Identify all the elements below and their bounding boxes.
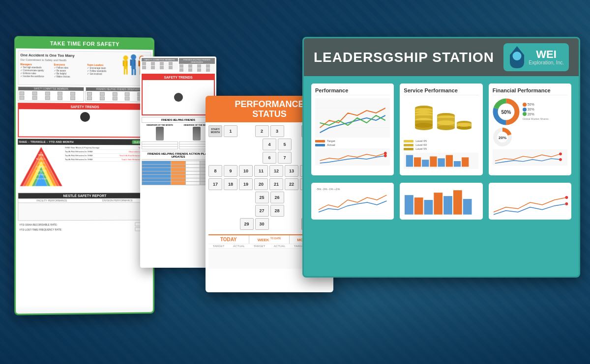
- committee-row: SAFETY COMMITTEE MEMBERS: [18, 86, 151, 102]
- service-perf-title: Service Performance: [404, 87, 478, 95]
- mid-committee-col1: SAFETY COMMITTEE MEMBERS: [142, 58, 178, 72]
- mid-committee-row: SAFETY COMMITTEE MEMBERS FRIENDS HELPING…: [142, 58, 215, 72]
- svg-text:FATAL: FATAL: [38, 154, 44, 156]
- lost-time-label: YTD LOST-TIME FREQUENCY RATE:: [19, 228, 62, 231]
- svg-point-56: [437, 120, 455, 125]
- svg-rect-14: [138, 60, 140, 66]
- op-bottom-svg: [315, 148, 390, 166]
- mid-safety-trends: SAFETY TRENDS: [142, 74, 215, 115]
- mid-action-table: [142, 161, 215, 185]
- week-label: WEEK TO DATE: [251, 237, 288, 242]
- wei-sub: Exploration, Inc.: [529, 60, 564, 65]
- she-triangle-header: SH&E – TRIANGLE – YTD AND MONTH CLEVELAN…: [18, 139, 151, 145]
- operational-performance-panel: Performance: [311, 84, 394, 175]
- financial-performance-panel: Financial Performance 50% 50%: [489, 84, 571, 175]
- wei-drop-icon: [508, 46, 526, 68]
- level60-label: Level 60: [415, 143, 427, 146]
- cal-day-30: 30: [255, 218, 269, 230]
- svg-rect-63: [414, 157, 421, 167]
- mid-action-header: FRIENDS HELPING FRIENDS ACTION PLAN UPDA…: [142, 151, 215, 160]
- accident-section: One Accident is One Too Many Our Commitm…: [18, 50, 151, 86]
- bottom-chart-3: [489, 183, 571, 220]
- mid-observer-label: OBSERVER OF THE MONTH: [142, 124, 178, 126]
- level55-label: Level 55: [415, 147, 427, 150]
- cal-day-5: 5: [278, 139, 292, 150]
- facility-label: FACILITY PERFORMANCE: [36, 199, 67, 202]
- she-title: SH&E – TRIANGLE – YTD AND MONTH: [19, 140, 73, 143]
- cal-day-10: 10: [239, 165, 253, 177]
- pct2-label: 30%: [528, 107, 534, 112]
- cal-day-9: 9: [224, 165, 237, 177]
- mid-observer-table: [142, 141, 178, 149]
- cal-day-18: 18: [224, 178, 237, 190]
- wei-text: WEI Exploration, Inc.: [529, 49, 564, 65]
- svg-point-79: [559, 153, 562, 156]
- cal-day-20: 20: [254, 178, 268, 190]
- svg-text:50%: 50%: [501, 110, 511, 115]
- service-legend: Level 65 Level 60 Level 55: [404, 140, 478, 150]
- svg-rect-8: [130, 59, 132, 66]
- cal-day-7: 7: [278, 152, 292, 164]
- donut-container: 50% 50% 30% 20%: [493, 98, 567, 125]
- svg-rect-69: [462, 157, 469, 167]
- svg-text:Major Env. Inc.: Major Env. Inc.: [36, 158, 46, 160]
- mid-fhf-observer-col: OBSERVER OF THE MONTH: [142, 124, 178, 149]
- small-donut-svg: 20%: [493, 127, 512, 147]
- svg-point-80: [559, 158, 562, 161]
- managers-title: Managers: [20, 63, 52, 66]
- svg-text:20%: 20%: [499, 136, 506, 140]
- svg-rect-89: [453, 190, 462, 214]
- cal-day-11: 11: [254, 165, 268, 177]
- bottom-charts-row: -5% -3% -1% +1%: [304, 183, 579, 225]
- pct3-label: 20%: [528, 112, 534, 117]
- svg-text:Reportable Spills: Reportable Spills: [35, 170, 47, 172]
- legend-level60: [404, 144, 413, 146]
- coin-stack-container: [404, 98, 478, 138]
- svg-rect-87: [434, 193, 443, 215]
- today-col: TODAY: [208, 235, 249, 244]
- teamleaders-title: Team Leaders: [87, 63, 118, 67]
- week-col: WEEK TO DATE: [249, 235, 290, 244]
- mid-fhf-header: FRIENDS HELPING FRIENDS: [142, 117, 215, 123]
- bottom-chart-1: -5% -3% -1% +1%: [311, 183, 394, 220]
- op-line-chart: [315, 98, 390, 138]
- svg-point-50: [415, 123, 433, 128]
- legend-label-actual: Actual: [327, 143, 335, 146]
- mid-trends-circle: [174, 93, 183, 102]
- safety-committee-box: SAFETY COMMITTEE MEMBERS: [18, 86, 84, 102]
- cal-day-8: 8: [208, 165, 222, 177]
- she-triangle-section: SH&E – TRIANGLE – YTD AND MONTH CLEVELAN…: [18, 139, 151, 192]
- service-bar-svg: [404, 152, 478, 169]
- svg-rect-90: [463, 199, 472, 215]
- line-chart-svg: [315, 98, 390, 138]
- cal-day-6: 6: [263, 152, 276, 164]
- small-donut-container: 20%: [493, 127, 567, 147]
- pct1-label: 50%: [528, 102, 534, 107]
- donut-svg: 50%: [493, 98, 520, 125]
- legend-label-target: Target: [327, 140, 335, 142]
- mid-trends-content: [143, 80, 214, 114]
- wei-logo: WEI Exploration, Inc.: [503, 43, 569, 71]
- bottom-chart-2-svg: [402, 185, 480, 217]
- svg-rect-64: [422, 160, 429, 167]
- svg-rect-67: [446, 155, 453, 167]
- today-actual-label: ACTUAL: [229, 244, 249, 248]
- right-card: LEADERSGSHIP STATION WEI Exploration, In…: [302, 37, 580, 278]
- coin-stack-svg: [409, 98, 473, 138]
- svg-text:Near Misses: Near Misses: [37, 174, 45, 176]
- level65-label: Level 65: [415, 140, 427, 142]
- svg-text:-5% -3% -1% +1%: -5% -3% -1% +1%: [316, 188, 340, 191]
- legend-level55: [404, 148, 413, 150]
- legend-color-orange: [315, 140, 325, 142]
- svg-text:Property Damage: Property Damage: [35, 178, 47, 180]
- svg-point-31: [513, 52, 522, 60]
- take-time-label: TAKE TIME FOR SAFETY: [50, 40, 119, 47]
- svg-rect-11: [134, 69, 136, 75]
- svg-rect-65: [430, 156, 437, 167]
- wei-name: WEI: [529, 49, 564, 60]
- op-perf-title: Performance: [315, 87, 390, 95]
- mid-committee-col2: FRIENDS HELPING FRIENDS OBSERVERS: [179, 58, 215, 72]
- cal-day-1: 1: [224, 125, 237, 137]
- week-target-label: TARGET: [249, 244, 269, 248]
- week-actual-label: ACTUAL: [269, 244, 290, 248]
